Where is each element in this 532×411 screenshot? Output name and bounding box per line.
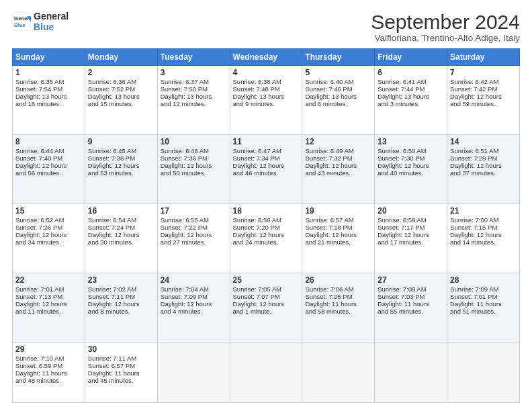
day-info-line: and 50 minutes. [161,169,227,177]
calendar-cell: 24Sunrise: 7:04 AMSunset: 7:09 PMDayligh… [157,273,230,342]
day-number: 11 [233,137,300,146]
day-info-line: Daylight: 13 hours [161,93,227,100]
day-info-line: Daylight: 11 hours [378,300,444,308]
day-info-line: Daylight: 12 hours [15,300,82,308]
day-number: 18 [233,206,300,216]
day-info-line: Sunset: 7:24 PM [88,224,154,231]
day-info-line: Daylight: 12 hours [233,300,300,308]
day-info-line: and 15 minutes. [88,100,154,107]
calendar-cell: 23Sunrise: 7:02 AMSunset: 7:11 PMDayligh… [85,273,157,342]
calendar-cell: 1Sunrise: 6:35 AMSunset: 7:54 PMDaylight… [13,66,85,135]
logo-icon: General Blue [12,12,31,31]
day-number: 27 [378,275,444,285]
svg-text:Blue: Blue [14,22,26,28]
day-info-line: Sunrise: 6:55 AM [161,216,227,224]
day-info-line: Sunrise: 6:46 AM [161,147,227,154]
calendar-cell: 8Sunrise: 6:44 AMSunset: 7:40 PMDaylight… [13,135,85,204]
day-info-line: Sunset: 7:30 PM [378,154,444,162]
day-header-tuesday: Tuesday [157,49,230,66]
header: General Blue General Blue September 2024… [12,11,520,43]
day-number: 17 [161,206,227,216]
day-info-line: Sunrise: 6:36 AM [88,78,154,85]
day-info-line: Daylight: 11 hours [450,300,517,308]
day-number: 8 [15,137,82,146]
day-info-line: Sunrise: 6:59 AM [378,216,444,224]
day-info-line: Sunrise: 6:52 AM [15,216,82,224]
day-info-line: Sunrise: 6:37 AM [161,78,227,85]
calendar-cell: 5Sunrise: 6:40 AMSunset: 7:46 PMDaylight… [302,66,375,135]
calendar-cell [302,342,375,403]
day-info-line: and 56 minutes. [15,169,82,177]
day-info-line: Sunset: 7:11 PM [88,293,154,300]
day-info-line: Sunset: 7:32 PM [305,154,371,162]
day-info-line: Sunset: 7:22 PM [161,224,227,231]
day-info-line: Sunrise: 7:06 AM [305,285,371,293]
calendar-cell: 6Sunrise: 6:41 AMSunset: 7:44 PMDaylight… [375,66,447,135]
day-info-line: and 45 minutes. [88,377,154,384]
day-info-line: Sunrise: 6:42 AM [450,78,517,85]
calendar-cell [447,342,520,403]
day-info-line: Sunrise: 7:04 AM [161,285,227,293]
day-info-line: Sunset: 7:36 PM [161,154,227,162]
day-info-line: and 21 minutes. [305,238,371,246]
day-info-line: Daylight: 12 hours [161,231,227,238]
day-info-line: Sunrise: 7:00 AM [450,216,517,224]
day-header-monday: Monday [85,49,157,66]
day-info-line: Sunset: 7:03 PM [378,293,444,300]
day-info-line: Sunrise: 6:38 AM [233,78,300,85]
calendar-week-1: 1Sunrise: 6:35 AMSunset: 7:54 PMDaylight… [13,66,520,135]
day-info-line: Sunrise: 6:44 AM [15,147,82,154]
calendar-week-2: 8Sunrise: 6:44 AMSunset: 7:40 PMDaylight… [13,135,520,204]
day-info-line: and 3 minutes. [378,100,444,107]
day-number: 23 [88,275,154,285]
day-info-line: and 51 minutes. [450,308,517,315]
day-info-line: Daylight: 12 hours [305,162,371,169]
day-header-thursday: Thursday [302,49,375,66]
day-info-line: Daylight: 12 hours [15,162,82,169]
day-number: 7 [450,68,517,77]
day-info-line: Sunset: 7:26 PM [15,224,82,231]
day-info-line: and 59 minutes. [450,100,517,107]
day-number: 22 [15,275,82,285]
day-info-line: Sunrise: 6:35 AM [15,78,82,85]
day-info-line: Sunset: 6:59 PM [15,362,82,369]
day-info-line: Daylight: 12 hours [378,162,444,169]
day-info-line: Daylight: 13 hours [378,93,444,100]
day-info-line: Sunset: 7:34 PM [233,154,300,162]
day-info-line: Sunset: 7:52 PM [88,85,154,93]
day-info-line: and 43 minutes. [305,169,371,177]
day-info-line: Sunset: 7:09 PM [161,293,227,300]
calendar-cell: 22Sunrise: 7:01 AMSunset: 7:13 PMDayligh… [13,273,85,342]
day-info-line: Daylight: 12 hours [450,231,517,238]
calendar-cell: 17Sunrise: 6:55 AMSunset: 7:22 PMDayligh… [157,204,230,273]
day-info-line: Daylight: 12 hours [88,300,154,308]
calendar-week-4: 22Sunrise: 7:01 AMSunset: 7:13 PMDayligh… [13,273,520,342]
calendar-cell [230,342,302,403]
calendar-cell: 4Sunrise: 6:38 AMSunset: 7:48 PMDaylight… [230,66,302,135]
day-info-line: Sunrise: 7:08 AM [378,285,444,293]
day-info-line: Sunset: 7:54 PM [15,85,82,93]
day-number: 6 [378,68,444,77]
day-number: 1 [15,68,82,77]
day-info-line: Daylight: 12 hours [88,231,154,238]
day-info-line: Daylight: 12 hours [161,300,227,308]
title-block: September 2024 Valfloriana, Trentino-Alt… [371,11,520,43]
page: General Blue General Blue September 2024… [0,0,532,411]
day-info-line: and 12 minutes. [161,100,227,107]
day-info-line: Daylight: 12 hours [233,231,300,238]
logo-blue: Blue [34,21,69,32]
calendar-cell: 7Sunrise: 6:42 AMSunset: 7:42 PMDaylight… [447,66,520,135]
day-info-line: Sunset: 7:48 PM [233,85,300,93]
day-info-line: Sunrise: 7:11 AM [88,355,154,362]
day-info-line: and 37 minutes. [450,169,517,177]
day-header-wednesday: Wednesday [230,49,302,66]
calendar-cell: 15Sunrise: 6:52 AMSunset: 7:26 PMDayligh… [13,204,85,273]
calendar-cell: 29Sunrise: 7:10 AMSunset: 6:59 PMDayligh… [13,342,85,403]
calendar-header-row: SundayMondayTuesdayWednesdayThursdayFrid… [13,49,520,66]
day-number: 26 [305,275,371,285]
day-info-line: Sunset: 7:17 PM [378,224,444,231]
day-info-line: Sunset: 7:40 PM [15,154,82,162]
day-number: 5 [305,68,371,77]
day-info-line: and 11 minutes. [15,308,82,315]
calendar-cell: 12Sunrise: 6:49 AMSunset: 7:32 PMDayligh… [302,135,375,204]
